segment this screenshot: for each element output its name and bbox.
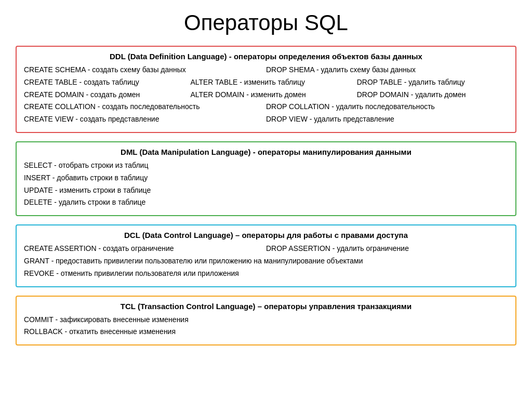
ddl-section: DDL (Data Definition Language) - операто… [16, 46, 516, 133]
ddl-row-3: CREATE DOMAIN - создать домен ALTER DOMA… [24, 89, 508, 101]
ddl-row2-right: DROP TABLE - удалить таблицу [357, 76, 508, 89]
ddl-row2-middle: ALTER TABLE - изменить таблицу [190, 76, 356, 89]
ddl-body: CREATE SCHEMA - создать схему базы данны… [24, 64, 508, 126]
tcl-section: TCL (Transaction Control Language) – опе… [16, 296, 516, 346]
page-title: Операторы SQL [16, 10, 516, 35]
ddl-row-4: CREATE COLLATION - создать последователь… [24, 101, 508, 113]
ddl-row5-left: CREATE VIEW - создать представление [24, 113, 266, 126]
dcl-row-1: CREATE ASSERTION - создать ограничение D… [24, 243, 508, 255]
dml-item-2: UPDATE - изменить строки в таблице [24, 184, 508, 197]
ddl-row4-right: DROP COLLATION - удалить последовательно… [266, 101, 508, 113]
dcl-title: DCL (Data Control Language) – операторы … [24, 231, 508, 240]
dcl-row-3: REVOKE - отменить привилегии пользовател… [24, 268, 508, 280]
tcl-body: COMMIT - зафиксировать внесенные изменен… [24, 314, 508, 339]
dcl-section: DCL (Data Control Language) – операторы … [16, 224, 516, 287]
ddl-row-2: CREATE TABLE - создать таблицу ALTER TAB… [24, 76, 508, 89]
tcl-item-0: COMMIT - зафиксировать внесенные изменен… [24, 314, 508, 326]
dml-section: DML (Data Manipulation Language) - опера… [16, 141, 516, 216]
ddl-row1-right: DROP SHEMA - удалить схему базы данных [266, 64, 508, 76]
dml-item-0: SELECT - отобрать строки из таблиц [24, 159, 508, 172]
ddl-row5-right: DROP VIEW - удалить представление [266, 113, 508, 126]
ddl-row2-left: CREATE TABLE - создать таблицу [24, 76, 190, 89]
dml-item-3: DELETE - удалить строки в таблице [24, 196, 508, 209]
ddl-row-5: CREATE VIEW - создать представление DROP… [24, 113, 508, 126]
dcl-body: CREATE ASSERTION - создать ограничение D… [24, 243, 508, 280]
ddl-row1-left: CREATE SCHEMA - создать схему базы данны… [24, 64, 266, 76]
dcl-row-2: GRANT - предоставить привилегии пользова… [24, 255, 508, 268]
tcl-title: TCL (Transaction Control Language) – опе… [24, 302, 508, 311]
tcl-item-1: ROLLBACK - откатить внесенные изменения [24, 326, 508, 338]
ddl-title: DDL (Data Definition Language) - операто… [24, 52, 508, 61]
ddl-row4-left: CREATE COLLATION - создать последователь… [24, 101, 266, 113]
ddl-row-1: CREATE SCHEMA - создать схему базы данны… [24, 64, 508, 76]
dml-title: DML (Data Manipulation Language) - опера… [24, 148, 508, 156]
dml-item-1: INSERT - добавить строки в таблицу [24, 172, 508, 184]
ddl-row3-left: CREATE DOMAIN - создать домен [24, 89, 190, 101]
ddl-row3-right: DROP DOMAIN - удалить домен [357, 89, 508, 101]
dcl-row1-right: DROP ASSERTION - удалить ограничение [266, 243, 508, 255]
dml-body: SELECT - отобрать строки из таблиц INSER… [24, 159, 508, 209]
ddl-row3-middle: ALTER DOMAIN - изменить домен [190, 89, 356, 101]
dcl-row1-left: CREATE ASSERTION - создать ограничение [24, 243, 266, 255]
